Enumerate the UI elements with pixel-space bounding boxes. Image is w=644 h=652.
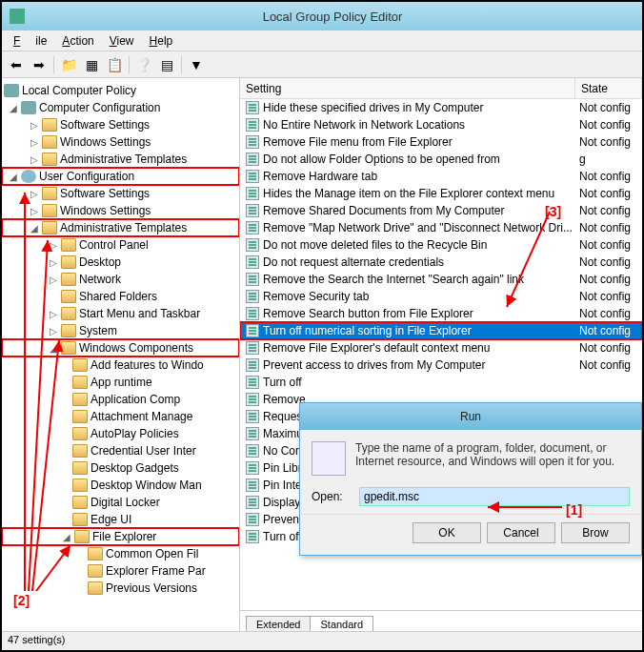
- tree-app-runtime[interactable]: App runtime: [2, 374, 239, 391]
- tree-shared[interactable]: Shared Folders: [2, 288, 239, 305]
- tree-cc-admin[interactable]: ▷ Administrative Templates: [2, 151, 239, 168]
- expand-icon[interactable]: ▷: [30, 154, 42, 165]
- list-row[interactable]: Remove the Search the Internet "Search a…: [240, 271, 642, 288]
- list-row[interactable]: Remove File Explorer's default context m…: [240, 339, 642, 357]
- tab-extended[interactable]: Extended: [246, 616, 311, 631]
- expand-icon[interactable]: ▷: [50, 309, 61, 319]
- ok-button[interactable]: OK: [413, 522, 481, 543]
- menu-file[interactable]: File: [6, 32, 54, 50]
- expand-icon[interactable]: ▷: [30, 189, 42, 199]
- setting-state: Not config: [575, 170, 642, 183]
- expand-icon[interactable]: ▷: [30, 137, 42, 148]
- expand-icon[interactable]: ▷: [50, 257, 61, 268]
- tree-root[interactable]: Local Computer Policy: [2, 82, 239, 99]
- column-setting[interactable]: Setting: [240, 78, 575, 98]
- tree-uc-windows[interactable]: ▷ Windows Settings: [2, 202, 239, 219]
- setting-icon: [246, 393, 259, 406]
- setting-state: Not config: [575, 204, 642, 217]
- tree-edge[interactable]: Edge UI: [2, 511, 239, 528]
- collapse-icon[interactable]: ◢: [10, 172, 21, 182]
- setting-icon: [246, 444, 259, 458]
- collapse-icon[interactable]: ◢: [50, 343, 61, 354]
- status-text: 47 setting(s): [8, 634, 66, 645]
- tree-credential[interactable]: Credential User Inter: [2, 442, 239, 459]
- list-row[interactable]: Remove Hardware tabNot config: [240, 168, 642, 185]
- tree-cc-windows[interactable]: ▷ Windows Settings: [2, 133, 239, 151]
- setting-state: Not config: [575, 238, 642, 252]
- tree-user-config[interactable]: ◢ User Configuration: [2, 168, 239, 185]
- setting-icon: [246, 324, 259, 337]
- cancel-button[interactable]: Cancel: [487, 522, 555, 543]
- list-row[interactable]: Do not allow Folder Options to be opened…: [240, 151, 642, 168]
- tree-attachment[interactable]: Attachment Manage: [2, 408, 239, 425]
- tree-prev-versions[interactable]: Previous Versions: [2, 580, 239, 597]
- up-button[interactable]: 📁: [58, 54, 79, 75]
- list-row[interactable]: Hides the Manage item on the File Explor…: [240, 185, 642, 202]
- annotation-2: [2]: [13, 593, 30, 608]
- tree-label: Application Comp: [91, 393, 180, 406]
- expand-icon[interactable]: ▷: [30, 120, 42, 131]
- list-row[interactable]: Prevent access to drives from My Compute…: [240, 357, 642, 374]
- list-row[interactable]: Remove Security tabNot config: [240, 288, 642, 305]
- tree-autoplay[interactable]: AutoPlay Policies: [2, 425, 239, 442]
- expand-icon[interactable]: ▷: [50, 326, 61, 336]
- list-row[interactable]: Remove "Map Network Drive" and "Disconne…: [240, 219, 642, 236]
- list-row[interactable]: Remove Shared Documents from My Computer…: [240, 202, 642, 219]
- tree-deskwin[interactable]: Desktop Window Man: [2, 477, 239, 494]
- setting-name: Remove Security tab: [263, 290, 575, 303]
- filter-button[interactable]: ▼: [186, 54, 207, 75]
- collapse-icon[interactable]: ◢: [63, 532, 74, 542]
- list-row[interactable]: Remove File menu from File ExplorerNot c…: [240, 133, 642, 151]
- tree-system[interactable]: ▷ System: [2, 322, 239, 339]
- list-row[interactable]: Remove Search button from File ExplorerN…: [240, 305, 642, 322]
- tree-add-features[interactable]: Add features to Windo: [2, 357, 239, 374]
- run-dialog: Run Type the name of a program, folder, …: [299, 402, 642, 556]
- tree-computer-config[interactable]: ◢ Computer Configuration: [2, 99, 239, 116]
- forward-button[interactable]: ➡: [29, 54, 50, 75]
- tree-cc-software[interactable]: ▷ Software Settings: [2, 116, 239, 133]
- tree-network[interactable]: ▷ Network: [2, 271, 239, 288]
- tree-gadgets[interactable]: Desktop Gadgets: [2, 459, 239, 477]
- tree-panel[interactable]: Local Computer Policy ◢ Computer Configu…: [2, 78, 240, 631]
- collapse-icon[interactable]: ◢: [10, 103, 21, 113]
- browse-button[interactable]: Brow: [561, 522, 630, 543]
- tree-app-compat[interactable]: Application Comp: [2, 391, 239, 408]
- tree-explorer-frame[interactable]: Explorer Frame Par: [2, 562, 239, 580]
- setting-state: Not config: [575, 273, 642, 286]
- folder-icon: [42, 204, 57, 217]
- menu-action[interactable]: Action: [54, 32, 101, 50]
- list-row[interactable]: Turn off: [240, 374, 642, 391]
- tree-uc-software[interactable]: ▷ Software Settings: [2, 185, 239, 202]
- export-button[interactable]: 📋: [104, 54, 125, 75]
- tree-digital[interactable]: Digital Locker: [2, 494, 239, 511]
- tree-startmenu[interactable]: ▷ Start Menu and Taskbar: [2, 305, 239, 322]
- tree-file-explorer[interactable]: ◢ File Explorer: [2, 528, 239, 545]
- list-row[interactable]: Hide these specified drives in My Comput…: [240, 99, 642, 116]
- toolbar: ⬅ ➡ 📁 ▦ 📋 ❔ ▤ ▼: [2, 51, 642, 78]
- setting-name: Turn off: [263, 376, 575, 389]
- column-state[interactable]: State: [575, 78, 642, 98]
- list-row[interactable]: Turn off numerical sorting in File Explo…: [240, 322, 642, 339]
- tree-desktop[interactable]: ▷ Desktop: [2, 254, 239, 271]
- expand-icon[interactable]: ▷: [50, 275, 61, 285]
- tab-standard[interactable]: Standard: [310, 616, 373, 631]
- tree-windows-components[interactable]: ◢ Windows Components: [2, 339, 239, 357]
- help-button[interactable]: ❔: [133, 54, 154, 75]
- list-row[interactable]: No Entire Network in Network LocationsNo…: [240, 116, 642, 133]
- back-button[interactable]: ⬅: [6, 54, 27, 75]
- collapse-icon[interactable]: ◢: [30, 223, 42, 234]
- show-hide-tree-button[interactable]: ▦: [81, 54, 102, 75]
- tree-control-panel[interactable]: ▷ Control Panel: [2, 236, 239, 254]
- list-row[interactable]: Do not request alternate credentialsNot …: [240, 254, 642, 271]
- tree-label: System: [79, 324, 117, 337]
- setting-state: Not config: [575, 101, 642, 114]
- tree-uc-admin[interactable]: ◢ Administrative Templates: [2, 219, 239, 236]
- menu-view[interactable]: View: [102, 32, 142, 50]
- properties-button[interactable]: ▤: [156, 54, 177, 75]
- menu-help[interactable]: Help: [142, 32, 181, 50]
- run-input[interactable]: [359, 487, 630, 506]
- expand-icon[interactable]: ▷: [30, 206, 42, 216]
- tree-common-open[interactable]: Common Open Fil: [2, 545, 239, 562]
- expand-icon[interactable]: ▷: [50, 240, 61, 251]
- list-row[interactable]: Do not move deleted files to the Recycle…: [240, 236, 642, 254]
